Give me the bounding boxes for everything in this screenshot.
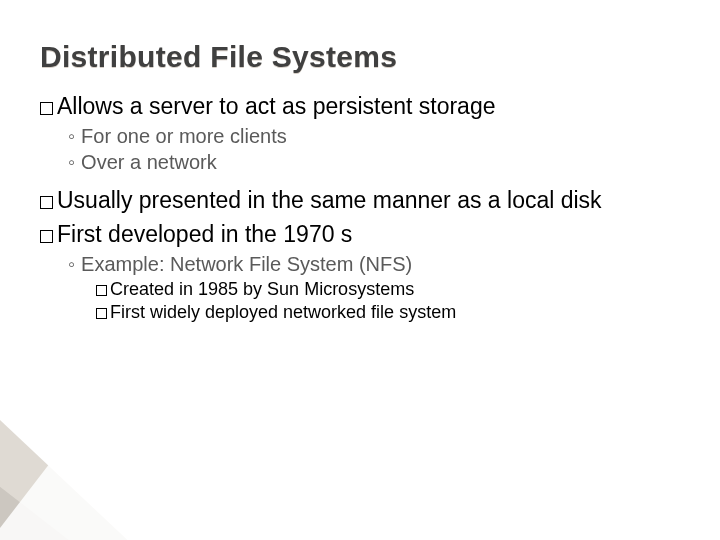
sub-bullet-1a-text: For one or more clients xyxy=(81,125,287,147)
corner-decoration xyxy=(0,380,240,540)
sub-bullet-3a-text: Example: Network File System (NFS) xyxy=(81,253,412,275)
square-bullet-icon xyxy=(96,308,107,319)
svg-marker-2 xyxy=(0,450,200,540)
square-bullet-icon xyxy=(40,230,53,243)
subsub-bullet-3a2: First widely deployed networked file sys… xyxy=(96,301,680,324)
bullet-3-text: First developed in the 1970 s xyxy=(57,221,352,247)
svg-marker-0 xyxy=(0,440,120,540)
sub-bullet-1a: ◦For one or more clients xyxy=(68,124,680,149)
slide-title: Distributed File Systems xyxy=(40,40,680,74)
subsub-bullet-3a1: Created in 1985 by Sun Microsystems xyxy=(96,278,680,301)
svg-marker-1 xyxy=(0,420,170,540)
square-bullet-icon xyxy=(96,285,107,296)
slide: Distributed File Systems Allows a server… xyxy=(0,0,720,540)
bullet-2-text: Usually presented in the same manner as … xyxy=(57,187,602,213)
bullet-1: Allows a server to act as persistent sto… xyxy=(40,92,680,122)
bullet-3: First developed in the 1970 s xyxy=(40,220,680,250)
subsub-bullet-3a1-text: Created in 1985 by Sun Microsystems xyxy=(110,279,414,299)
circle-bullet-icon: ◦ xyxy=(68,252,75,277)
circle-bullet-icon: ◦ xyxy=(68,150,75,175)
sub-bullet-1b-text: Over a network xyxy=(81,151,217,173)
circle-bullet-icon: ◦ xyxy=(68,124,75,149)
bullet-1-text: Allows a server to act as persistent sto… xyxy=(57,93,495,119)
square-bullet-icon xyxy=(40,102,53,115)
square-bullet-icon xyxy=(40,196,53,209)
subsub-bullet-3a2-text: First widely deployed networked file sys… xyxy=(110,302,456,322)
sub-bullet-3a: ◦Example: Network File System (NFS) xyxy=(68,252,680,277)
sub-bullet-1b: ◦Over a network xyxy=(68,150,680,175)
bullet-2: Usually presented in the same manner as … xyxy=(40,186,680,216)
